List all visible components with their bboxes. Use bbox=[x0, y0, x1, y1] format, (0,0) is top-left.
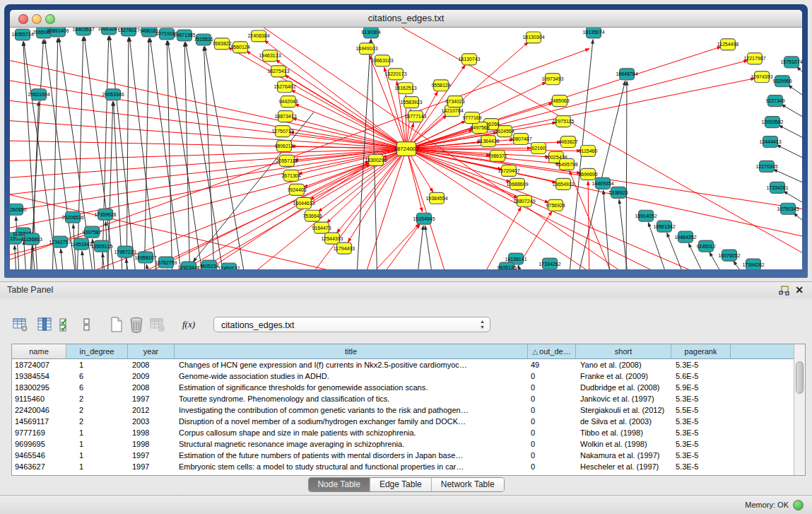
cell-year[interactable]: 2012 bbox=[128, 404, 175, 416]
cell-year[interactable]: 1997 bbox=[128, 461, 175, 472]
network-canvas[interactable]: 1405571420650051208914061840353710653287… bbox=[10, 28, 802, 269]
cell-year[interactable]: 1997 bbox=[128, 393, 175, 404]
cell-title[interactable]: Estimation of significance thresholds fo… bbox=[175, 382, 528, 393]
cell-in-degree[interactable]: 1 bbox=[66, 359, 128, 370]
cell-in-degree[interactable]: 2 bbox=[66, 393, 128, 404]
column-header-short[interactable]: short bbox=[576, 344, 671, 359]
table-row[interactable]: 1872400712008Changes of HCN gene express… bbox=[12, 359, 794, 370]
table-row[interactable]: 969969511998Structural magnetic resonanc… bbox=[12, 438, 794, 450]
function-builder-icon[interactable]: f(x) bbox=[180, 315, 198, 334]
vertical-scrollbar[interactable] bbox=[794, 344, 805, 475]
tab-edge-table[interactable]: Edge Table bbox=[370, 478, 432, 491]
cell-name[interactable]: 9463627 bbox=[12, 461, 66, 472]
network-window-titlebar[interactable]: citations_edges.txt bbox=[10, 10, 802, 28]
cell-year[interactable]: 1997 bbox=[128, 450, 175, 461]
cell-short[interactable]: Yano et al. (2008) bbox=[576, 359, 671, 370]
new-table-icon[interactable] bbox=[107, 315, 126, 334]
cell-out-de-[interactable]: 49 bbox=[528, 359, 576, 370]
column-header-in-degree[interactable]: in_degree bbox=[66, 344, 128, 359]
cell-title[interactable]: Tourette syndrome. Phenomenology and cla… bbox=[175, 393, 528, 404]
cell-title[interactable]: Embryonic stem cells: a model to study s… bbox=[175, 461, 528, 472]
cell-title[interactable]: Disruption of a novel member of a sodium… bbox=[175, 416, 528, 427]
cell-short[interactable]: Tibbo et al. (1998) bbox=[576, 427, 671, 438]
cell-pagerank[interactable]: 5.3E-5 bbox=[671, 461, 731, 472]
destroy-table-icon[interactable] bbox=[148, 315, 167, 334]
panel-close-icon[interactable]: ✕ bbox=[795, 284, 804, 296]
cell-out-de-[interactable]: 0 bbox=[528, 427, 576, 438]
cell-title[interactable]: Genome-wide association studies in ADHD. bbox=[175, 370, 528, 382]
cell-short[interactable]: de Silva et al. (2003) bbox=[576, 416, 671, 427]
tab-network-table[interactable]: Network Table bbox=[432, 478, 504, 491]
row-select-icon[interactable] bbox=[57, 315, 75, 334]
cell-in-degree[interactable]: 6 bbox=[66, 370, 128, 382]
cell-pagerank[interactable]: 5.9E-5 bbox=[671, 382, 731, 393]
cell-short[interactable]: Franke et al. (2009) bbox=[576, 370, 671, 382]
cell-in-degree[interactable]: 2 bbox=[66, 404, 128, 416]
cell-title[interactable]: Structural magnetic resonance image aver… bbox=[175, 438, 528, 450]
cell-out-de-[interactable]: 0 bbox=[528, 416, 576, 427]
cell-out-de-[interactable]: 0 bbox=[528, 438, 576, 450]
table-row[interactable]: 1938455462009Genome-wide association stu… bbox=[12, 370, 794, 382]
scrollbar-thumb[interactable] bbox=[796, 361, 804, 394]
cell-in-degree[interactable]: 1 bbox=[66, 461, 128, 472]
cell-name[interactable]: 22420046 bbox=[12, 404, 66, 416]
cell-out-de-[interactable]: 0 bbox=[528, 370, 576, 382]
cell-pagerank[interactable]: 5.6E-5 bbox=[671, 370, 731, 382]
tab-node-table[interactable]: Node Table bbox=[308, 478, 370, 491]
cell-year[interactable]: 1998 bbox=[128, 438, 175, 450]
cell-pagerank[interactable]: 5.3E-5 bbox=[671, 393, 731, 404]
cell-pagerank[interactable]: 5.3E-5 bbox=[671, 416, 731, 427]
cell-title[interactable]: Investigating the contribution of common… bbox=[175, 404, 528, 416]
cell-pagerank[interactable]: 5.3E-5 bbox=[671, 450, 731, 461]
cell-short[interactable]: Jankovic et al. (1997) bbox=[576, 393, 671, 404]
cell-in-degree[interactable]: 2 bbox=[66, 416, 128, 427]
column-header-name[interactable]: name bbox=[12, 344, 66, 359]
cell-out-de-[interactable]: 0 bbox=[528, 393, 576, 404]
cell-short[interactable]: Hescheler et al. (1997) bbox=[576, 461, 671, 472]
delete-table-icon[interactable] bbox=[127, 315, 146, 334]
cell-title[interactable]: Changes of HCN gene expression and I(f) … bbox=[175, 359, 528, 370]
cell-pagerank[interactable]: 5.5E-5 bbox=[671, 404, 731, 416]
cell-name[interactable]: 19384554 bbox=[12, 370, 66, 382]
table-select[interactable]: citations_edges.txt ▲▼ bbox=[213, 317, 490, 332]
cell-name[interactable]: 9465546 bbox=[12, 450, 66, 461]
table-row[interactable]: 977716911998Corpus callosum shape and si… bbox=[12, 427, 794, 438]
cell-short[interactable]: Dudbridge et al. (2008) bbox=[576, 382, 671, 393]
cell-name[interactable]: 9777169 bbox=[12, 427, 66, 438]
column-header-title[interactable]: title bbox=[175, 344, 528, 359]
cell-name[interactable]: 14569117 bbox=[12, 416, 66, 427]
cell-year[interactable]: 2008 bbox=[128, 359, 175, 370]
cell-year[interactable]: 2008 bbox=[128, 382, 175, 393]
table-row[interactable]: 1456911722003Disruption of a novel membe… bbox=[12, 416, 794, 427]
cell-year[interactable]: 2003 bbox=[128, 416, 175, 427]
table-row[interactable]: 911546021997Tourette syndrome. Phenomeno… bbox=[12, 393, 794, 404]
float-window-icon[interactable] bbox=[779, 286, 789, 296]
table-row[interactable]: 2242004622012Investigating the contribut… bbox=[12, 404, 794, 416]
table-row[interactable]: 1830029562008Estimation of significance … bbox=[12, 382, 794, 393]
cell-out-de-[interactable]: 0 bbox=[528, 382, 576, 393]
cell-pagerank[interactable]: 5.3E-5 bbox=[671, 427, 731, 438]
column-header-pagerank[interactable]: pagerank bbox=[671, 344, 731, 359]
cell-title[interactable]: Estimation of the future numbers of pati… bbox=[175, 450, 528, 461]
table-row[interactable]: 946362711997Embryonic stem cells: a mode… bbox=[12, 461, 794, 472]
cell-in-degree[interactable]: 1 bbox=[66, 438, 128, 450]
cell-out-de-[interactable]: 0 bbox=[528, 461, 576, 472]
cell-name[interactable]: 9699695 bbox=[12, 438, 66, 450]
cell-in-degree[interactable]: 1 bbox=[66, 427, 128, 438]
cell-short[interactable]: Stergiakouli et al. (2012) bbox=[576, 404, 671, 416]
table-mode-icon[interactable] bbox=[11, 315, 30, 334]
cell-pagerank[interactable]: 5.3E-5 bbox=[671, 438, 731, 450]
cell-name[interactable]: 18300295 bbox=[12, 382, 66, 393]
cell-short[interactable]: Wolkin et al. (1998) bbox=[576, 438, 671, 450]
cell-name[interactable]: 9115460 bbox=[12, 393, 66, 404]
cell-pagerank[interactable]: 5.3E-5 bbox=[671, 359, 731, 370]
clear-selection-icon[interactable] bbox=[78, 315, 96, 334]
cell-in-degree[interactable]: 6 bbox=[66, 382, 128, 393]
table-row[interactable]: 946554611997Estimation of the future num… bbox=[12, 450, 794, 461]
cell-short[interactable]: Nakamura et al. (1997) bbox=[576, 450, 671, 461]
column-header-out-de-[interactable]: △out_de… bbox=[528, 344, 576, 359]
cell-in-degree[interactable]: 1 bbox=[66, 450, 128, 461]
show-columns-icon[interactable] bbox=[35, 315, 54, 334]
cell-out-de-[interactable]: 0 bbox=[528, 450, 576, 461]
cell-title[interactable]: Corpus callosum shape and size in male p… bbox=[175, 427, 528, 438]
